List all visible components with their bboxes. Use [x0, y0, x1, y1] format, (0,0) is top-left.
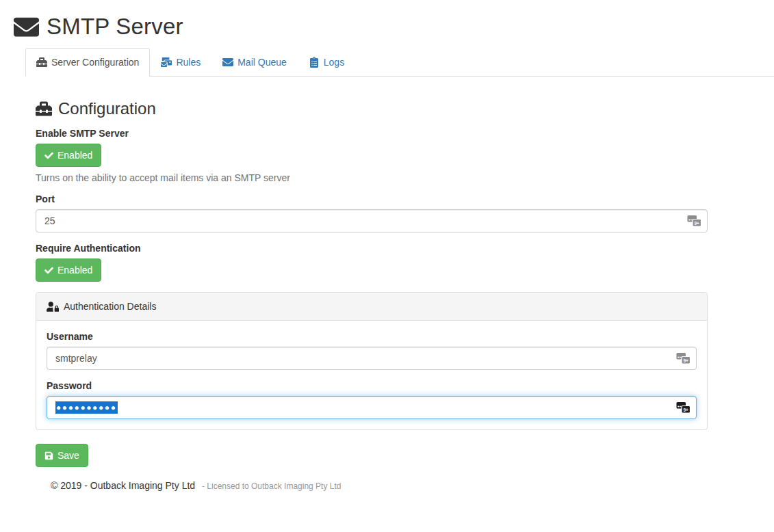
port-input-wrap — [36, 209, 708, 232]
toolbox-icon — [36, 101, 52, 117]
check-icon — [44, 151, 53, 160]
configuration-heading: Configuration — [36, 99, 708, 118]
tab-label: Mail Queue — [237, 55, 287, 69]
tab-mail-queue[interactable]: Mail Queue — [211, 48, 298, 77]
password-input-wrap: ●●●●●●●●●● — [47, 396, 697, 419]
tab-server-configuration[interactable]: Server Configuration — [25, 48, 150, 77]
save-button-label: Save — [57, 449, 79, 462]
enable-smtp-group: Enable SMTP Server Enabled Turns on the … — [36, 128, 708, 183]
tab-rules[interactable]: Rules — [150, 48, 211, 77]
authentication-details-panel: Authentication Details Username Password… — [36, 292, 708, 430]
enable-smtp-label: Enable SMTP Server — [36, 128, 708, 139]
tab-label: Server Configuration — [51, 55, 139, 69]
smtp-server-page: SMTP Server Server Configuration Rules M… — [0, 0, 774, 491]
username-input-wrap — [47, 347, 697, 370]
save-row: Save — [36, 444, 708, 467]
configuration-heading-label: Configuration — [58, 99, 156, 118]
username-label: Username — [47, 331, 697, 342]
user-lock-icon — [47, 302, 59, 312]
toolbox-icon — [36, 57, 47, 68]
copyright-text: © 2019 - Outback Imaging Pty Ltd — [51, 480, 195, 491]
require-auth-label: Require Authentication — [36, 243, 708, 254]
enable-smtp-help-text: Turns on the ability to accept mail item… — [36, 172, 708, 183]
require-auth-toggle-button[interactable]: Enabled — [36, 258, 101, 282]
enable-smtp-toggle-button[interactable]: Enabled — [36, 144, 101, 167]
tab-label: Rules — [176, 55, 201, 69]
tab-label: Logs — [324, 55, 344, 69]
username-input[interactable] — [47, 347, 697, 370]
port-input[interactable] — [36, 209, 708, 232]
port-label: Port — [36, 194, 708, 204]
authentication-details-title: Authentication Details — [64, 300, 156, 313]
envelope-icon — [14, 14, 39, 40]
authentication-details-body: Username Password ●●●●●●●●●● — [36, 321, 707, 429]
require-auth-group: Require Authentication Enabled — [36, 243, 708, 282]
tab-logs[interactable]: Logs — [298, 48, 355, 77]
clipboard-list-icon — [309, 57, 320, 68]
page-header: SMTP Server — [14, 14, 774, 40]
envelope-icon — [222, 57, 233, 68]
password-input[interactable]: ●●●●●●●●●● — [47, 396, 697, 419]
authentication-details-header: Authentication Details — [36, 293, 707, 321]
footer: © 2019 - Outback Imaging Pty Ltd - Licen… — [51, 480, 708, 491]
save-icon — [44, 451, 53, 460]
port-group: Port — [36, 194, 708, 232]
enable-smtp-toggle-label: Enabled — [57, 148, 92, 162]
page-title: SMTP Server — [47, 14, 183, 40]
password-manager-autofill-icon[interactable] — [676, 402, 691, 414]
password-masked-selection: ●●●●●●●●●● — [55, 401, 118, 414]
server-configuration-pane: Configuration Enable SMTP Server Enabled… — [36, 77, 708, 491]
license-text: - Licensed to Outback Imaging Pty Ltd — [202, 481, 341, 491]
mail-bulk-icon — [161, 57, 172, 68]
username-group: Username — [47, 331, 697, 370]
tab-bar: Server Configuration Rules Mail Queue Lo… — [25, 48, 774, 77]
save-button[interactable]: Save — [36, 444, 88, 467]
check-icon — [44, 266, 53, 275]
password-manager-autofill-icon[interactable] — [687, 215, 701, 227]
password-label: Password — [47, 380, 697, 391]
require-auth-toggle-label: Enabled — [57, 263, 92, 277]
password-group: Password ●●●●●●●●●● — [47, 380, 697, 419]
password-manager-autofill-icon[interactable] — [676, 353, 691, 364]
